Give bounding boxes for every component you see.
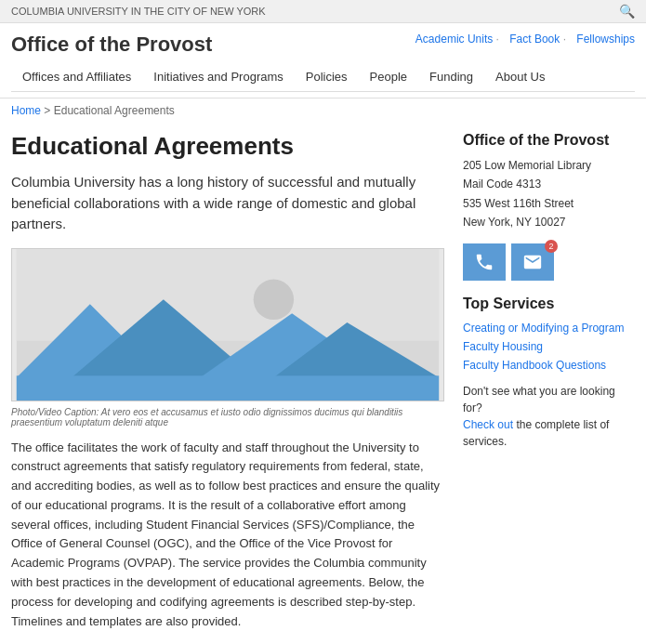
photo-caption: Photo/Video Caption: At vero eos et accu… bbox=[11, 407, 444, 427]
breadcrumb-home[interactable]: Home bbox=[11, 104, 41, 117]
main-nav: Offices and Affiliates Initiatives and P… bbox=[11, 62, 635, 92]
phone-icon bbox=[474, 252, 494, 272]
service-link-3[interactable]: Faculty Handbook Questions bbox=[463, 359, 606, 372]
breadcrumb: Home > Educational Agreements bbox=[0, 99, 646, 123]
nav-policies[interactable]: Policies bbox=[295, 62, 359, 91]
sidebar-office-title: Office of the Provost bbox=[463, 132, 635, 149]
sidebar: Office of the Provost 205 Low Memorial L… bbox=[463, 132, 635, 644]
top-bar: COLUMBIA UNIVERSITY IN THE CITY OF NEW Y… bbox=[0, 0, 646, 23]
header: Office of the Provost Academic Units · F… bbox=[0, 23, 646, 99]
page-title: Educational Agreements bbox=[11, 132, 444, 161]
page-content: Educational Agreements Columbia Universi… bbox=[0, 123, 646, 644]
check-out-link[interactable]: Check out bbox=[463, 418, 513, 431]
fact-book-link[interactable]: Fact Book bbox=[509, 33, 560, 46]
nav-about[interactable]: About Us bbox=[484, 62, 556, 91]
address-line-1: 205 Low Memorial Library bbox=[463, 156, 635, 175]
contact-icons: 2 bbox=[463, 243, 635, 281]
fellowships-link[interactable]: Fellowships bbox=[576, 33, 635, 46]
main-column: Educational Agreements Columbia Universi… bbox=[11, 132, 444, 644]
nav-funding[interactable]: Funding bbox=[418, 62, 484, 91]
dont-see-prefix: Don't see what you are looking for? bbox=[463, 385, 615, 414]
email-badge: 2 bbox=[545, 240, 558, 253]
service-item-1: Creating or Modifying a Program bbox=[463, 320, 635, 335]
service-item-2: Faculty Housing bbox=[463, 338, 635, 353]
address-line-3: 535 West 116th Street bbox=[463, 194, 635, 213]
service-link-2[interactable]: Faculty Housing bbox=[463, 340, 543, 353]
breadcrumb-current: Educational Agreements bbox=[54, 104, 175, 117]
search-icon[interactable]: 🔍 bbox=[619, 4, 635, 19]
sep2: · bbox=[563, 33, 570, 46]
intro-text: Columbia University has a long history o… bbox=[11, 172, 444, 235]
sidebar-address: 205 Low Memorial Library Mail Code 4313 … bbox=[463, 156, 635, 232]
service-link-1[interactable]: Creating or Modifying a Program bbox=[463, 322, 624, 335]
university-name: COLUMBIA UNIVERSITY IN THE CITY OF NEW Y… bbox=[11, 6, 266, 17]
site-title: Office of the Provost bbox=[11, 33, 212, 57]
email-icon bbox=[522, 252, 543, 272]
body-text: The office facilitates the work of facul… bbox=[11, 439, 444, 632]
header-links: Academic Units · Fact Book · Fellowships bbox=[415, 33, 635, 46]
address-line-2: Mail Code 4313 bbox=[463, 175, 635, 193]
svg-point-2 bbox=[254, 279, 294, 319]
nav-offices[interactable]: Offices and Affiliates bbox=[11, 62, 142, 91]
top-services-title: Top Services bbox=[463, 296, 635, 312]
phone-button[interactable] bbox=[463, 243, 506, 281]
address-line-4: New York, NY 10027 bbox=[463, 213, 635, 231]
breadcrumb-sep: > bbox=[44, 104, 50, 117]
nav-people[interactable]: People bbox=[359, 62, 418, 91]
dont-see-text: Don't see what you are looking for? Chec… bbox=[463, 383, 635, 450]
hero-image bbox=[11, 248, 444, 401]
service-item-3: Faculty Handbook Questions bbox=[463, 357, 635, 372]
top-services-list: Creating or Modifying a Program Faculty … bbox=[463, 320, 635, 372]
svg-rect-7 bbox=[17, 375, 439, 401]
academic-units-link[interactable]: Academic Units bbox=[415, 33, 493, 46]
sep1: · bbox=[496, 33, 503, 46]
nav-initiatives[interactable]: Initiatives and Programs bbox=[142, 62, 294, 91]
email-button[interactable]: 2 bbox=[511, 243, 554, 281]
